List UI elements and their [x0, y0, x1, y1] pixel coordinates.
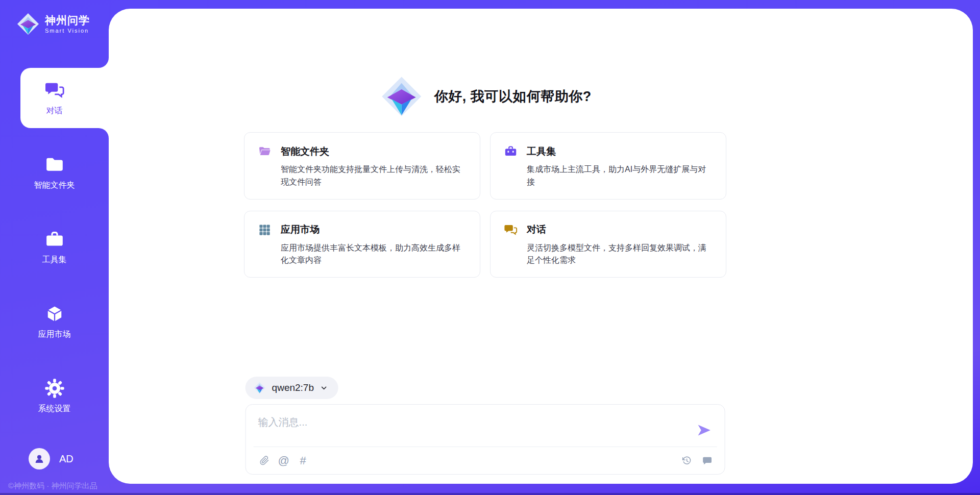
greeting-title: 你好, 我可以如何帮助你? [434, 87, 592, 106]
card-smart-folder[interactable]: 智能文件夹 智能文件夹功能支持批量文件上传与清洗，轻松实现文件问答 [244, 132, 480, 200]
card-app-market[interactable]: 应用市场 应用市场提供丰富长文本模板，助力高效生成多样化文章内容 [244, 211, 480, 278]
sidebar-item-label: 工具集 [42, 255, 67, 265]
sidebar-nav: 对话 智能文件夹 工具集 应用市场 系统设置 [0, 68, 109, 426]
app-subtitle: Smart Vision [45, 28, 90, 34]
sidebar-item-label: 智能文件夹 [34, 180, 75, 191]
sidebar: 神州问学 Smart Vision 对话 智能文件夹 工具集 应用市场 系统设置… [0, 0, 109, 495]
paperclip-icon[interactable] [258, 455, 271, 467]
card-description: 灵活切换多模型文件，支持多样回复效果调试，满足个性化需求 [527, 242, 714, 267]
folder-open-icon [258, 144, 272, 158]
history-icon[interactable] [681, 455, 693, 467]
message-input-box: @ # [246, 404, 725, 475]
send-button[interactable] [696, 422, 713, 438]
message-input[interactable] [246, 405, 684, 445]
sidebar-item-chat[interactable]: 对话 [0, 68, 109, 128]
sidebar-item-app-market[interactable]: 应用市场 [0, 291, 109, 352]
card-description: 集成市场上主流工具，助力AI与外界无缝扩展与对接 [527, 163, 714, 189]
mention-icon[interactable]: @ [278, 455, 290, 467]
model-name: qwen2:7b [272, 382, 314, 393]
user-account[interactable]: AD [29, 448, 74, 469]
sidebar-item-settings[interactable]: 系统设置 [0, 366, 109, 426]
sidebar-item-smart-folder[interactable]: 智能文件夹 [0, 142, 109, 203]
app-name: 神州问学 [45, 14, 90, 26]
composer-toolbar: @ # [246, 447, 725, 474]
hash-icon[interactable]: # [297, 455, 309, 467]
card-title: 应用市场 [281, 223, 320, 236]
card-chat[interactable]: 对话 灵活切换多模型文件，支持多样回复效果调试，满足个性化需求 [490, 211, 726, 278]
toolbox-icon [44, 229, 65, 250]
card-description: 应用市场提供丰富长文本模板，助力高效生成多样化文章内容 [281, 242, 468, 267]
brand-diamond-icon [16, 12, 40, 36]
card-title: 工具集 [527, 145, 556, 158]
grid-icon [258, 223, 272, 237]
feature-cards: 智能文件夹 智能文件夹功能支持批量文件上传与清洗，轻松实现文件问答 工具集 集成… [244, 132, 726, 278]
sidebar-item-label: 系统设置 [38, 404, 71, 414]
chat-icon [504, 223, 518, 237]
card-title: 对话 [527, 223, 546, 236]
welcome-diamond-icon [380, 75, 423, 118]
card-toolset[interactable]: 工具集 集成市场上主流工具，助力AI与外界无缝扩展与对接 [490, 132, 726, 200]
composer: qwen2:7b @ # [246, 377, 725, 475]
sidebar-item-label: 应用市场 [38, 329, 71, 340]
user-name: AD [59, 453, 74, 465]
chat-icon [44, 80, 65, 101]
card-title: 智能文件夹 [281, 145, 329, 158]
cube-icon [44, 304, 65, 324]
card-description: 智能文件夹功能支持批量文件上传与清洗，轻松实现文件问答 [281, 163, 468, 189]
send-icon [696, 422, 713, 438]
diamond-logo-icon [254, 382, 266, 394]
chevron-down-icon [320, 384, 328, 392]
avatar [29, 448, 50, 469]
welcome-header: 你好, 我可以如何帮助你? [380, 75, 592, 118]
sidebar-item-label: 对话 [46, 106, 63, 116]
chat-bubble-icon[interactable] [701, 455, 714, 467]
copyright-footer: ©神州数码 · 神州问学出品 [8, 481, 97, 491]
app-logo: 神州问学 Smart Vision [0, 0, 109, 36]
toolbox-icon [504, 144, 518, 158]
model-selector[interactable]: qwen2:7b [246, 377, 338, 399]
gear-icon [44, 378, 65, 399]
sidebar-item-toolset[interactable]: 工具集 [0, 217, 109, 277]
folder-icon [44, 155, 65, 175]
active-tab-background [20, 68, 109, 128]
